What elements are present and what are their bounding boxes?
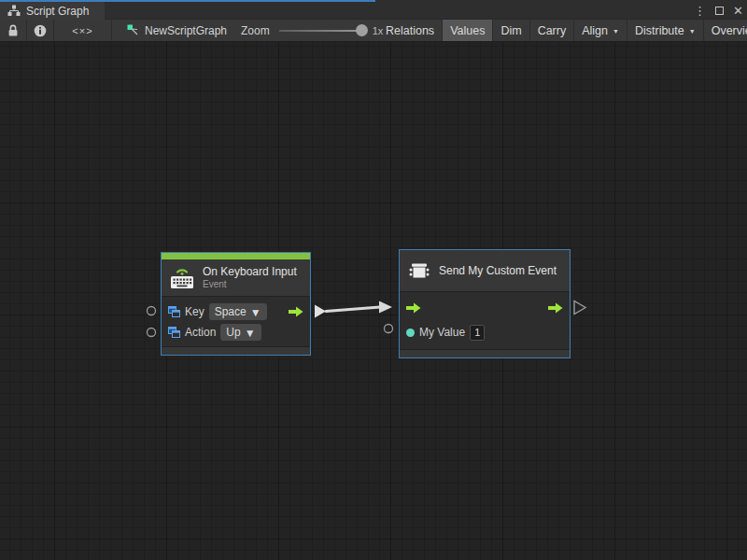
toolbar-toggle-group: Relations Values Dim Carry Align ▼ Distr… — [378, 20, 747, 41]
relations-label: Relations — [386, 24, 434, 37]
caret-down-icon: ▼ — [613, 28, 619, 35]
zoom-slider-handle[interactable] — [356, 24, 368, 36]
node-title: On Keyboard Input — [203, 265, 297, 279]
zoom-slider-track — [279, 30, 366, 32]
key-dropdown-value: Space — [215, 305, 247, 318]
script-graph-asset-icon — [127, 24, 139, 36]
relations-toggle[interactable]: Relations — [378, 20, 443, 41]
overview-label: Overview — [712, 24, 747, 37]
flow-arrow-icon[interactable] — [289, 306, 303, 317]
toolbar-left-group: <×> — [0, 20, 112, 41]
connections-layer — [0, 42, 747, 560]
window-controls: ⋮ ✕ — [694, 2, 743, 20]
my-value-port-row: My Value 1 — [400, 320, 570, 344]
keyboard-node-footer — [162, 346, 310, 355]
node-subtitle: Event — [203, 279, 297, 290]
value-port-dot-icon — [406, 329, 415, 337]
keyboard-node-input-port-key[interactable] — [148, 307, 156, 315]
graph-name-label: NewScriptGraph — [145, 24, 227, 37]
my-value-label: My Value — [419, 326, 465, 339]
window-close-icon[interactable]: ✕ — [733, 5, 743, 17]
flow-arrow-icon[interactable] — [406, 302, 421, 314]
caret-down-icon: ▼ — [250, 306, 261, 319]
node-on-keyboard-input[interactable]: On Keyboard Input Event Key Space ▼ — [161, 252, 311, 356]
graph-name-group[interactable]: NewScriptGraph — [127, 20, 227, 41]
flow-arrow-icon[interactable] — [548, 302, 563, 314]
script-graph-window: Script Graph ⋮ ✕ — [0, 0, 747, 560]
graph-hierarchy-icon — [7, 5, 21, 17]
overview-button[interactable]: Overview — [704, 20, 747, 41]
keyboard-node-input-port-action[interactable] — [148, 329, 156, 337]
flow-connection-arrowhead — [379, 301, 392, 314]
align-label: Align — [582, 24, 608, 37]
tab-script-graph[interactable]: Script Graph — [0, 2, 105, 20]
key-port-label: Key — [185, 305, 204, 318]
tab-strip: Script Graph ⋮ ✕ — [0, 0, 747, 20]
values-label: Values — [450, 24, 485, 37]
event-node-footer — [400, 349, 570, 357]
zoom-label: Zoom — [241, 24, 270, 37]
flow-ports-row — [400, 297, 570, 319]
keyboard-node-body: Key Space ▼ — [162, 297, 310, 346]
zoom-cluster: Zoom 1x — [241, 20, 383, 41]
caret-down-icon: ▼ — [689, 28, 696, 35]
lock-button[interactable] — [0, 20, 27, 41]
action-port-label: Action — [185, 326, 216, 339]
tab-title: Script Graph — [26, 5, 89, 18]
carry-toggle[interactable]: Carry — [530, 20, 575, 41]
enum-type-icon — [168, 327, 180, 338]
align-dropdown[interactable]: Align ▼ — [574, 20, 627, 41]
node-title: Send My Custom Event — [439, 264, 557, 278]
window-menu-icon[interactable]: ⋮ — [694, 5, 706, 17]
info-button[interactable] — [27, 20, 54, 41]
lock-icon — [7, 23, 20, 37]
graph-toolbar: <×> NewScriptGraph Zoom 1x Relations Val… — [0, 20, 747, 42]
keyboard-node-flow-output-port[interactable] — [315, 305, 326, 318]
event-node-header[interactable]: Send My Custom Event — [400, 250, 570, 292]
keyboard-input-icon — [169, 265, 195, 290]
my-value-input-text: 1 — [474, 327, 480, 338]
keyboard-node-titles: On Keyboard Input Event — [203, 265, 297, 290]
zoom-slider[interactable] — [279, 24, 366, 36]
event-node-body: My Value 1 — [400, 292, 570, 349]
dim-label: Dim — [500, 24, 521, 37]
key-port-row: Key Space ▼ — [162, 301, 310, 321]
event-node-input-port-value[interactable] — [385, 325, 393, 333]
distribute-dropdown[interactable]: Distribute ▼ — [627, 20, 704, 41]
event-node-flow-output-port[interactable] — [574, 301, 585, 315]
code-icon: <×> — [72, 25, 92, 36]
window-maximize-icon[interactable] — [715, 7, 724, 15]
action-port-row: Action Up ▼ — [162, 322, 310, 342]
my-value-input[interactable]: 1 — [470, 325, 485, 341]
values-toggle[interactable]: Values — [443, 20, 493, 41]
node-send-my-custom-event[interactable]: Send My Custom Event My Value — [399, 249, 571, 358]
event-accent-bar — [162, 253, 310, 259]
action-dropdown[interactable]: Up ▼ — [220, 324, 261, 341]
dim-toggle[interactable]: Dim — [493, 20, 529, 41]
key-dropdown[interactable]: Space ▼ — [209, 303, 267, 320]
graph-canvas[interactable]: On Keyboard Input Event Key Space ▼ — [0, 42, 747, 560]
enum-type-icon — [168, 306, 180, 317]
code-view-button[interactable]: <×> — [54, 20, 112, 41]
info-icon — [34, 24, 47, 37]
caret-down-icon: ▼ — [245, 327, 256, 340]
custom-event-icon — [407, 259, 431, 282]
distribute-label: Distribute — [635, 24, 684, 37]
flow-connection[interactable] — [326, 307, 380, 312]
action-dropdown-value: Up — [226, 326, 240, 339]
keyboard-node-header[interactable]: On Keyboard Input Event — [162, 259, 310, 297]
carry-label: Carry — [538, 24, 567, 37]
